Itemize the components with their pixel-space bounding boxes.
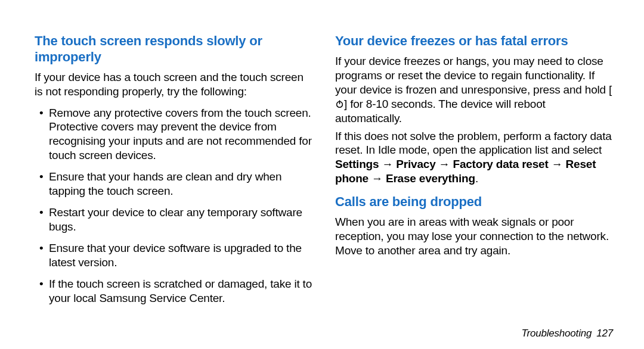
bold-path: Settings → Privacy → Factory data reset …: [335, 158, 596, 185]
paragraph-calls: When you are in areas with weak signals …: [335, 215, 614, 258]
right-column: Your device freezes or has fatal errors …: [335, 33, 614, 313]
page-number: 127: [596, 328, 613, 339]
bullet-list: Remove any protective covers from the to…: [35, 106, 314, 306]
list-item: If the touch screen is scratched or dama…: [35, 277, 314, 306]
page-footer: Troubleshooting127: [522, 328, 613, 339]
heading-touch-screen: The touch screen responds slowly or impr…: [35, 33, 314, 66]
heading-device-freezes: Your device freezes or has fatal errors: [335, 33, 614, 49]
left-column: The touch screen responds slowly or impr…: [35, 33, 314, 313]
text-span: If your device freezes or hangs, you may…: [335, 55, 612, 96]
page-content: The touch screen responds slowly or impr…: [0, 0, 644, 313]
footer-section: Troubleshooting: [522, 328, 592, 339]
list-item: Remove any protective covers from the to…: [35, 106, 314, 163]
text-span: .: [475, 172, 478, 185]
paragraph-factory-reset: If this does not solve the problem, perf…: [335, 129, 614, 186]
svg-rect-1: [339, 100, 340, 104]
intro-paragraph: If your device has a touch screen and th…: [35, 70, 314, 99]
text-span: ] for 8-10 seconds. The device will rebo…: [335, 98, 546, 124]
power-icon: [335, 98, 344, 107]
paragraph-freeze: If your device freezes or hangs, you may…: [335, 54, 614, 126]
list-item: Ensure that your hands are clean and dry…: [35, 170, 314, 198]
list-item: Ensure that your device software is upgr…: [35, 241, 314, 270]
heading-calls-dropped: Calls are being dropped: [335, 194, 614, 210]
list-item: Restart your device to clear any tempora…: [35, 205, 314, 234]
text-span: If this does not solve the problem, perf…: [335, 130, 612, 157]
